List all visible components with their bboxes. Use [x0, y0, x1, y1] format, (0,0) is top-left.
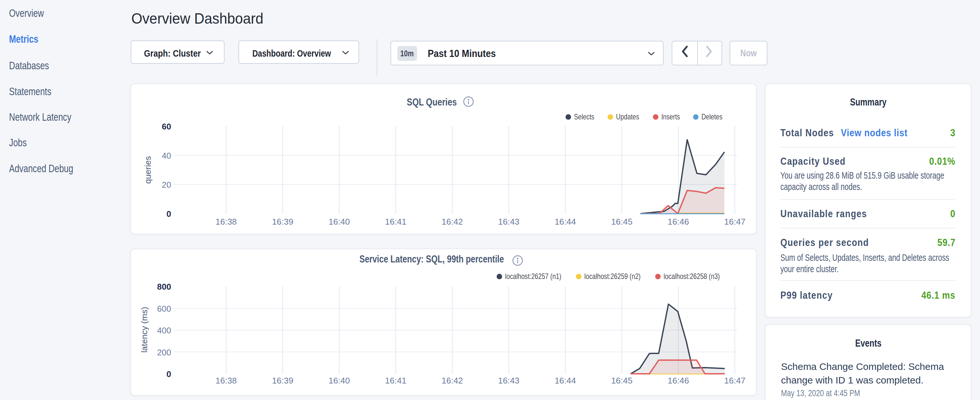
svg-text:16:46: 16:46: [668, 376, 689, 386]
svg-text:0: 0: [167, 369, 171, 379]
svg-text:16:40: 16:40: [328, 376, 350, 386]
svg-text:16:42: 16:42: [442, 217, 463, 226]
svg-text:16:47: 16:47: [724, 376, 745, 386]
svg-text:16:43: 16:43: [498, 217, 520, 226]
svg-text:800: 800: [157, 282, 171, 292]
svg-text:16:39: 16:39: [272, 376, 293, 386]
svg-text:16:40: 16:40: [328, 217, 350, 226]
svg-text:16:41: 16:41: [385, 217, 406, 226]
svg-text:16:45: 16:45: [611, 376, 633, 386]
svg-text:16:41: 16:41: [385, 376, 406, 386]
svg-text:0: 0: [167, 209, 171, 219]
svg-text:16:46: 16:46: [668, 217, 689, 226]
svg-text:16:38: 16:38: [215, 217, 237, 226]
svg-text:16:47: 16:47: [724, 217, 745, 226]
svg-text:16:43: 16:43: [498, 376, 520, 386]
svg-text:16:38: 16:38: [215, 376, 237, 386]
svg-text:40: 40: [162, 151, 171, 161]
svg-text:16:45: 16:45: [611, 217, 633, 226]
svg-text:16:44: 16:44: [555, 217, 576, 226]
svg-text:16:39: 16:39: [272, 217, 293, 226]
svg-text:200: 200: [157, 347, 171, 357]
svg-text:60: 60: [162, 122, 171, 131]
svg-text:latency (ms): latency (ms): [140, 307, 149, 353]
svg-text:16:42: 16:42: [442, 376, 463, 386]
svg-text:20: 20: [162, 180, 171, 190]
svg-text:600: 600: [157, 304, 171, 314]
svg-text:400: 400: [157, 325, 171, 335]
svg-text:queries: queries: [143, 156, 153, 183]
svg-text:16:44: 16:44: [555, 376, 576, 386]
